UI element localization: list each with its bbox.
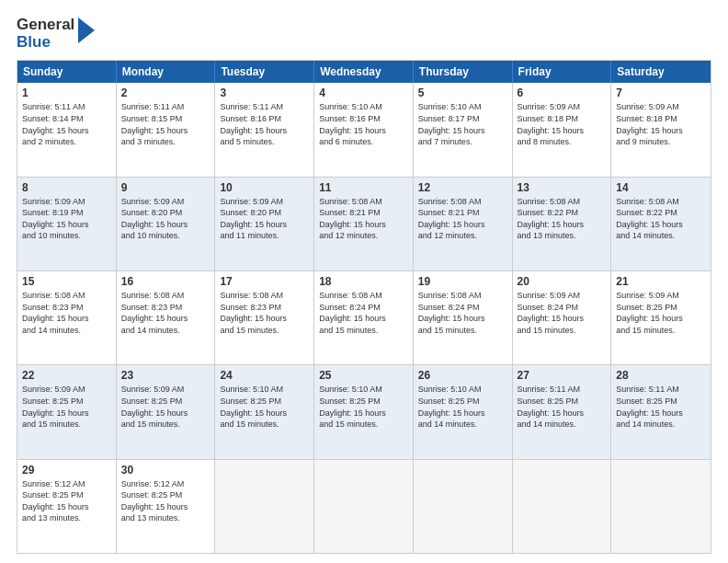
- day-info: Sunrise: 5:12 AM Sunset: 8:25 PM Dayligh…: [22, 478, 111, 524]
- day-number: 21: [616, 275, 706, 288]
- calendar-day-11: 11Sunrise: 5:08 AM Sunset: 8:21 PM Dayli…: [314, 178, 414, 270]
- day-number: 4: [319, 86, 408, 99]
- calendar-day-22: 22Sunrise: 5:09 AM Sunset: 8:25 PM Dayli…: [17, 365, 117, 458]
- day-number: 12: [418, 181, 507, 194]
- calendar-day-27: 27Sunrise: 5:11 AM Sunset: 8:25 PM Dayli…: [513, 365, 612, 458]
- calendar-week-3: 15Sunrise: 5:08 AM Sunset: 8:23 PM Dayli…: [17, 271, 711, 365]
- day-info: Sunrise: 5:08 AM Sunset: 8:24 PM Dayligh…: [418, 290, 507, 336]
- calendar-day-8: 8Sunrise: 5:09 AM Sunset: 8:19 PM Daylig…: [17, 178, 117, 270]
- day-info: Sunrise: 5:08 AM Sunset: 8:21 PM Dayligh…: [418, 196, 507, 242]
- day-number: 15: [22, 275, 111, 288]
- day-info: Sunrise: 5:09 AM Sunset: 8:25 PM Dayligh…: [616, 290, 706, 336]
- day-number: 18: [319, 275, 408, 288]
- calendar-day-empty: [215, 460, 314, 553]
- day-info: Sunrise: 5:09 AM Sunset: 8:20 PM Dayligh…: [121, 196, 210, 242]
- day-number: 11: [319, 181, 408, 194]
- day-number: 27: [518, 369, 607, 382]
- header: General Blue: [17, 17, 711, 51]
- calendar-day-2: 2Sunrise: 5:11 AM Sunset: 8:15 PM Daylig…: [117, 83, 216, 176]
- calendar-day-empty: [513, 460, 612, 553]
- day-number: 5: [418, 86, 507, 99]
- day-info: Sunrise: 5:12 AM Sunset: 8:25 PM Dayligh…: [121, 478, 210, 524]
- day-info: Sunrise: 5:08 AM Sunset: 8:23 PM Dayligh…: [121, 290, 210, 336]
- day-info: Sunrise: 5:09 AM Sunset: 8:18 PM Dayligh…: [518, 101, 607, 147]
- calendar-week-5: 29Sunrise: 5:12 AM Sunset: 8:25 PM Dayli…: [17, 460, 711, 553]
- day-info: Sunrise: 5:08 AM Sunset: 8:22 PM Dayligh…: [518, 196, 607, 242]
- calendar-week-1: 1Sunrise: 5:11 AM Sunset: 8:14 PM Daylig…: [17, 83, 711, 177]
- day-number: 25: [319, 369, 408, 382]
- logo: General Blue: [17, 17, 95, 51]
- day-info: Sunrise: 5:08 AM Sunset: 8:23 PM Dayligh…: [220, 290, 309, 336]
- day-info: Sunrise: 5:08 AM Sunset: 8:24 PM Dayligh…: [319, 290, 408, 336]
- day-info: Sunrise: 5:08 AM Sunset: 8:22 PM Dayligh…: [616, 196, 706, 242]
- calendar-day-13: 13Sunrise: 5:08 AM Sunset: 8:22 PM Dayli…: [513, 178, 612, 270]
- day-number: 9: [121, 181, 210, 194]
- day-info: Sunrise: 5:09 AM Sunset: 8:25 PM Dayligh…: [22, 384, 111, 430]
- day-info: Sunrise: 5:09 AM Sunset: 8:19 PM Dayligh…: [22, 196, 111, 242]
- day-number: 22: [22, 369, 111, 382]
- day-number: 8: [22, 181, 111, 194]
- day-info: Sunrise: 5:11 AM Sunset: 8:16 PM Dayligh…: [220, 101, 309, 147]
- calendar-day-29: 29Sunrise: 5:12 AM Sunset: 8:25 PM Dayli…: [17, 460, 117, 553]
- day-info: Sunrise: 5:08 AM Sunset: 8:23 PM Dayligh…: [22, 290, 111, 336]
- day-number: 23: [121, 369, 210, 382]
- day-number: 16: [121, 275, 210, 288]
- calendar-day-28: 28Sunrise: 5:11 AM Sunset: 8:25 PM Dayli…: [611, 365, 711, 458]
- calendar-day-4: 4Sunrise: 5:10 AM Sunset: 8:16 PM Daylig…: [314, 83, 414, 176]
- day-number: 17: [220, 275, 309, 288]
- day-number: 7: [616, 86, 706, 99]
- day-number: 28: [616, 369, 706, 382]
- logo-general-text: General: [17, 17, 74, 34]
- day-info: Sunrise: 5:11 AM Sunset: 8:15 PM Dayligh…: [121, 101, 210, 147]
- day-number: 1: [22, 86, 111, 99]
- calendar-day-empty: [611, 460, 711, 553]
- calendar-day-17: 17Sunrise: 5:08 AM Sunset: 8:23 PM Dayli…: [215, 271, 314, 364]
- calendar-day-18: 18Sunrise: 5:08 AM Sunset: 8:24 PM Dayli…: [314, 271, 414, 364]
- calendar-day-5: 5Sunrise: 5:10 AM Sunset: 8:17 PM Daylig…: [414, 83, 513, 176]
- calendar: SundayMondayTuesdayWednesdayThursdayFrid…: [17, 60, 711, 554]
- calendar-day-12: 12Sunrise: 5:08 AM Sunset: 8:21 PM Dayli…: [414, 178, 513, 270]
- calendar-day-9: 9Sunrise: 5:09 AM Sunset: 8:20 PM Daylig…: [117, 178, 216, 270]
- calendar-day-6: 6Sunrise: 5:09 AM Sunset: 8:18 PM Daylig…: [513, 83, 612, 176]
- header-day-friday: Friday: [513, 61, 612, 83]
- calendar-day-14: 14Sunrise: 5:08 AM Sunset: 8:22 PM Dayli…: [611, 178, 711, 270]
- calendar-day-7: 7Sunrise: 5:09 AM Sunset: 8:18 PM Daylig…: [611, 83, 711, 176]
- day-info: Sunrise: 5:09 AM Sunset: 8:25 PM Dayligh…: [121, 384, 210, 430]
- calendar-day-1: 1Sunrise: 5:11 AM Sunset: 8:14 PM Daylig…: [17, 83, 117, 176]
- calendar-day-10: 10Sunrise: 5:09 AM Sunset: 8:20 PM Dayli…: [215, 178, 314, 270]
- day-number: 13: [518, 181, 607, 194]
- header-day-sunday: Sunday: [17, 61, 117, 83]
- day-info: Sunrise: 5:09 AM Sunset: 8:20 PM Dayligh…: [220, 196, 309, 242]
- page: General Blue SundayMondayTuesdayWednesda…: [0, 0, 728, 563]
- header-day-saturday: Saturday: [611, 61, 711, 83]
- day-info: Sunrise: 5:11 AM Sunset: 8:14 PM Dayligh…: [22, 101, 111, 147]
- calendar-day-24: 24Sunrise: 5:10 AM Sunset: 8:25 PM Dayli…: [215, 365, 314, 458]
- day-number: 2: [121, 86, 210, 99]
- day-number: 19: [418, 275, 507, 288]
- svg-marker-0: [78, 17, 95, 43]
- day-info: Sunrise: 5:09 AM Sunset: 8:24 PM Dayligh…: [518, 290, 607, 336]
- day-number: 14: [616, 181, 706, 194]
- calendar-day-empty: [314, 460, 414, 553]
- calendar-day-16: 16Sunrise: 5:08 AM Sunset: 8:23 PM Dayli…: [117, 271, 216, 364]
- calendar-day-empty: [414, 460, 513, 553]
- day-number: 24: [220, 369, 309, 382]
- header-day-thursday: Thursday: [414, 61, 513, 83]
- calendar-day-25: 25Sunrise: 5:10 AM Sunset: 8:25 PM Dayli…: [314, 365, 414, 458]
- day-number: 10: [220, 181, 309, 194]
- day-info: Sunrise: 5:09 AM Sunset: 8:18 PM Dayligh…: [616, 101, 706, 147]
- day-info: Sunrise: 5:10 AM Sunset: 8:17 PM Dayligh…: [418, 101, 507, 147]
- calendar-day-3: 3Sunrise: 5:11 AM Sunset: 8:16 PM Daylig…: [215, 83, 314, 176]
- calendar-day-15: 15Sunrise: 5:08 AM Sunset: 8:23 PM Dayli…: [17, 271, 117, 364]
- header-day-wednesday: Wednesday: [314, 61, 414, 83]
- day-number: 3: [220, 86, 309, 99]
- day-number: 26: [418, 369, 507, 382]
- logo-arrow-icon: [78, 17, 95, 47]
- calendar-day-30: 30Sunrise: 5:12 AM Sunset: 8:25 PM Dayli…: [117, 460, 216, 553]
- calendar-day-23: 23Sunrise: 5:09 AM Sunset: 8:25 PM Dayli…: [117, 365, 216, 458]
- logo-blue-text: Blue: [17, 34, 74, 52]
- day-number: 20: [518, 275, 607, 288]
- day-number: 6: [518, 86, 607, 99]
- calendar-week-4: 22Sunrise: 5:09 AM Sunset: 8:25 PM Dayli…: [17, 365, 711, 459]
- calendar-week-2: 8Sunrise: 5:09 AM Sunset: 8:19 PM Daylig…: [17, 178, 711, 271]
